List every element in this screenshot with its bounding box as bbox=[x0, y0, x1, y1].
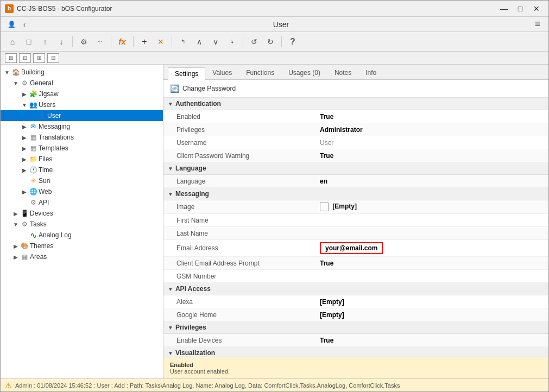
gear-icon: ⚙ bbox=[20, 79, 29, 87]
email-red-border[interactable]: your@email.com bbox=[320, 242, 383, 254]
toggle-sun[interactable] bbox=[20, 176, 29, 185]
tab-notes[interactable]: Notes bbox=[327, 66, 358, 79]
tree-item-api[interactable]: ⚙ API bbox=[1, 197, 163, 208]
toggle-users[interactable]: ▼ bbox=[20, 100, 29, 109]
up-button[interactable]: ∧ bbox=[192, 34, 207, 49]
tree-item-analog-log[interactable]: ∿ Analog Log bbox=[1, 230, 163, 241]
toggle-templates[interactable]: ▶ bbox=[20, 144, 29, 153]
up-left-button[interactable]: ↰ bbox=[175, 34, 191, 49]
fx-button[interactable]: fx bbox=[115, 34, 130, 49]
tab-values[interactable]: Values bbox=[205, 66, 239, 79]
tree-item-messaging[interactable]: ▶ ✉ Messaging bbox=[1, 121, 163, 132]
prop-value-language: en bbox=[315, 175, 548, 187]
tree-item-web[interactable]: ▶ 🌐 Web bbox=[1, 186, 163, 197]
prop-value-email: your@email.com bbox=[315, 240, 548, 256]
tree-item-themes[interactable]: ▶ 🎨 Themes bbox=[1, 241, 163, 251]
collapse-authentication-icon[interactable]: ▼ bbox=[168, 101, 173, 107]
maximize-button[interactable]: □ bbox=[513, 3, 528, 14]
toggle-web[interactable]: ▶ bbox=[20, 187, 29, 196]
toggle-devices[interactable]: ▶ bbox=[11, 209, 20, 218]
toggle-user[interactable] bbox=[29, 111, 37, 120]
expand-all-button[interactable]: ⊞ bbox=[5, 53, 17, 63]
api-icon: ⚙ bbox=[29, 198, 37, 207]
collapse-box-button[interactable]: ⊟ bbox=[47, 53, 59, 63]
toggle-analog-log[interactable] bbox=[20, 231, 29, 239]
tab-info[interactable]: Info bbox=[358, 66, 383, 79]
toggle-tasks[interactable]: ▼ bbox=[11, 220, 20, 229]
prop-row-client-email-prompt: Client Email Address Prompt True bbox=[163, 257, 548, 270]
devices-icon: 📱 bbox=[20, 209, 29, 218]
help-button[interactable]: ? bbox=[285, 34, 300, 49]
redo-button[interactable]: ↻ bbox=[263, 34, 278, 49]
undo-button[interactable]: ↺ bbox=[247, 34, 262, 49]
tree-item-users[interactable]: ▼ 👥 Users bbox=[1, 99, 163, 110]
jigsaw-icon: 🧩 bbox=[29, 90, 37, 98]
tab-settings[interactable]: Settings bbox=[168, 67, 205, 80]
new-file-button[interactable]: □ bbox=[21, 34, 36, 49]
collapse-messaging-icon[interactable]: ▼ bbox=[168, 191, 173, 197]
tree-item-templates[interactable]: ▶ ▦ Templates bbox=[1, 143, 163, 154]
collapse-language-icon[interactable]: ▼ bbox=[168, 166, 173, 172]
tree-label-translations: Translations bbox=[39, 134, 74, 141]
tree-label-areas: Areas bbox=[30, 253, 47, 261]
toggle-translations[interactable]: ▶ bbox=[20, 133, 29, 142]
toggle-general[interactable]: ▼ bbox=[11, 79, 20, 87]
delete-button[interactable]: ✕ bbox=[153, 34, 168, 49]
tab-functions[interactable]: Functions bbox=[239, 66, 281, 79]
tree-item-tasks[interactable]: ▼ ⚙ Tasks bbox=[1, 219, 163, 230]
tree-label-templates: Templates bbox=[39, 144, 68, 152]
prop-name-username: Username bbox=[163, 137, 315, 149]
tree-item-sun[interactable]: ☀ Sun bbox=[1, 175, 163, 186]
tab-usages[interactable]: Usages (0) bbox=[281, 66, 327, 79]
prop-name-privileges: Privileges bbox=[163, 124, 315, 136]
tree-item-building[interactable]: ▼ 🏠 Building bbox=[1, 67, 163, 78]
prop-name-image: Image bbox=[163, 201, 315, 213]
download-button[interactable]: ↓ bbox=[54, 34, 69, 49]
user-icon: 👤 bbox=[37, 111, 46, 120]
collapse-visualization-icon[interactable]: ▼ bbox=[168, 350, 173, 356]
collapse-horizontal-button[interactable]: ⊟ bbox=[19, 53, 31, 63]
tree-item-user[interactable]: 👤 User bbox=[1, 110, 163, 121]
prop-row-enable-devices: Enable Devices True bbox=[163, 334, 548, 347]
prop-value-enable-devices: True bbox=[315, 334, 548, 346]
sun-icon: ☀ bbox=[29, 176, 37, 185]
collapse-api-icon[interactable]: ▼ bbox=[168, 286, 173, 292]
change-password-button[interactable]: 🔄 Change Password bbox=[163, 80, 548, 98]
upload-button[interactable]: ↑ bbox=[37, 34, 53, 49]
prop-name-language: Language bbox=[163, 175, 315, 187]
tree-item-devices[interactable]: ▶ 📱 Devices bbox=[1, 208, 163, 219]
down-right-button[interactable]: ↳ bbox=[224, 34, 239, 49]
collapse-privileges-icon[interactable]: ▼ bbox=[168, 325, 173, 331]
toggle-time[interactable]: ▶ bbox=[20, 166, 29, 174]
menu-button[interactable]: ≡ bbox=[531, 18, 544, 31]
toggle-api[interactable] bbox=[20, 198, 29, 207]
toolbar-separator-6 bbox=[281, 36, 282, 47]
web-icon: 🌐 bbox=[29, 187, 37, 196]
more-button[interactable]: ··· bbox=[92, 34, 108, 49]
tree-item-time[interactable]: ▶ 🕐 Time bbox=[1, 165, 163, 175]
toggle-files[interactable]: ▶ bbox=[20, 155, 29, 163]
toolbar-separator-5 bbox=[243, 36, 243, 47]
tree-item-files[interactable]: ▶ 📁 Files bbox=[1, 154, 163, 165]
prop-row-username: Username User bbox=[163, 136, 548, 149]
toggle-messaging[interactable]: ▶ bbox=[20, 122, 29, 131]
expand-box-button[interactable]: ⊞ bbox=[33, 53, 45, 63]
add-button[interactable]: + bbox=[137, 34, 152, 49]
tree-item-jigsaw[interactable]: ▶ 🧩 Jigsaw bbox=[1, 88, 163, 99]
toggle-themes[interactable]: ▶ bbox=[11, 242, 20, 250]
tree-item-general[interactable]: ▼ ⚙ General bbox=[1, 78, 163, 88]
titlebar: b CC-JS-BOS5 - bOS Configurator — □ ✕ bbox=[1, 1, 548, 17]
tree-item-translations[interactable]: ▶ ▦ Translations bbox=[1, 132, 163, 143]
tree-item-areas[interactable]: ▶ ▦ Areas bbox=[1, 251, 163, 262]
header-bar: 👤 ‹ User ≡ bbox=[1, 17, 548, 32]
minimize-button[interactable]: — bbox=[496, 3, 512, 14]
toggle-jigsaw[interactable]: ▶ bbox=[20, 90, 29, 98]
toggle-building[interactable]: ▼ bbox=[3, 68, 11, 77]
down-button[interactable]: ∨ bbox=[208, 34, 223, 49]
user-icon[interactable]: 👤 bbox=[5, 18, 18, 31]
back-button[interactable]: ‹ bbox=[18, 18, 31, 31]
home-button[interactable]: ⌂ bbox=[5, 34, 20, 49]
toggle-areas[interactable]: ▶ bbox=[11, 252, 20, 261]
close-button[interactable]: ✕ bbox=[529, 3, 544, 14]
settings-button[interactable]: ⚙ bbox=[76, 34, 91, 49]
